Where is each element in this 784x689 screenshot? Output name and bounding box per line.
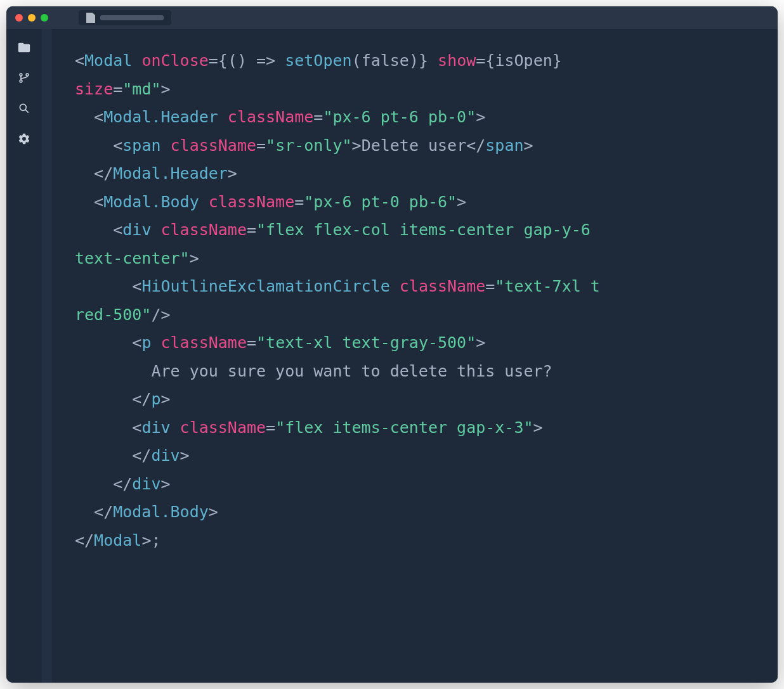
svg-line-4 xyxy=(25,110,29,113)
code-token: > xyxy=(352,136,362,155)
code-token: setOpen xyxy=(285,51,351,70)
file-tab[interactable] xyxy=(79,10,171,25)
code-token: </ xyxy=(94,503,113,521)
code-token: < xyxy=(94,108,103,126)
svg-point-0 xyxy=(20,74,22,76)
activity-bar xyxy=(6,29,42,683)
code-editor[interactable]: <Modal onClose={() => setOpen(false)} sh… xyxy=(52,29,778,683)
traffic-lights xyxy=(15,14,48,22)
code-token: div xyxy=(132,475,160,493)
code-token: ( xyxy=(352,51,362,70)
code-token: } xyxy=(419,51,428,70)
code-token: className xyxy=(228,108,313,126)
code-token: > xyxy=(524,136,533,155)
code-token: ; xyxy=(151,531,160,550)
code-token: > xyxy=(160,475,170,493)
code-token: Modal xyxy=(84,51,132,70)
code-token xyxy=(390,277,400,295)
code-token: red-500" xyxy=(75,306,151,324)
code-token: > xyxy=(141,531,151,550)
code-token: < xyxy=(75,51,84,70)
code-token: </ xyxy=(466,136,485,155)
code-token xyxy=(428,51,438,70)
code-token: => xyxy=(256,51,275,70)
code-token: "flex items-center gap-x-3" xyxy=(275,418,533,437)
search-icon[interactable] xyxy=(17,101,31,115)
code-token: div xyxy=(122,221,151,239)
code-token: > xyxy=(161,80,171,98)
code-token: { xyxy=(218,51,228,70)
code-token: className xyxy=(400,277,485,295)
code-token: p xyxy=(141,333,151,352)
code-token: </ xyxy=(113,475,132,493)
code-token: > xyxy=(457,193,466,211)
code-token: < xyxy=(94,193,103,211)
gutter xyxy=(42,29,52,683)
titlebar xyxy=(6,6,778,29)
code-token xyxy=(218,108,228,126)
git-branch-icon[interactable] xyxy=(17,71,31,85)
code-token xyxy=(151,221,160,239)
code-token: </ xyxy=(132,446,151,465)
code-token: div xyxy=(141,418,170,437)
code-token: () xyxy=(228,51,256,70)
code-token: className xyxy=(209,193,294,211)
code-token: = xyxy=(266,418,275,437)
code-token: className xyxy=(180,418,266,437)
code-token: = xyxy=(247,333,256,352)
code-token: Modal xyxy=(94,531,141,550)
file-icon xyxy=(86,13,95,23)
code-token: "px-6 pt-6 pb-0" xyxy=(323,108,476,126)
code-token: "sr-only" xyxy=(266,136,351,155)
code-token: > xyxy=(228,164,237,183)
code-token: </ xyxy=(94,164,113,183)
code-token: p xyxy=(151,390,160,408)
code-token: > xyxy=(476,333,485,352)
code-token: isOpen xyxy=(495,51,552,70)
code-token: > xyxy=(190,249,199,267)
close-window-button[interactable] xyxy=(15,14,23,22)
code-token: < xyxy=(132,277,141,295)
code-token: = xyxy=(209,51,218,70)
code-token: onClose xyxy=(141,51,208,70)
code-token: </ xyxy=(75,531,94,550)
minimize-window-button[interactable] xyxy=(28,14,36,22)
code-token: size xyxy=(75,80,113,98)
code-token: } xyxy=(552,51,562,70)
window-body: <Modal onClose={() => setOpen(false)} sh… xyxy=(6,29,778,683)
code-token: "px-6 pt-0 pb-6" xyxy=(304,193,457,211)
code-token: show xyxy=(438,51,476,70)
code-token: < xyxy=(113,221,122,239)
svg-point-3 xyxy=(20,104,26,110)
code-token: text-center" xyxy=(75,249,190,267)
code-token: = xyxy=(256,136,266,155)
code-token xyxy=(171,418,180,437)
code-token: { xyxy=(485,51,495,70)
code-token xyxy=(161,136,171,155)
code-token: > xyxy=(180,446,190,465)
code-token: = xyxy=(313,108,323,126)
code-token: "text-7xl t xyxy=(495,277,600,295)
folder-icon[interactable] xyxy=(17,41,31,55)
code-token: Modal.Body xyxy=(103,193,199,211)
maximize-window-button[interactable] xyxy=(41,14,48,22)
code-token: </ xyxy=(132,390,151,408)
code-token: Are you sure you want to delete this use… xyxy=(151,362,552,380)
gear-icon[interactable] xyxy=(17,132,31,146)
code-token: = xyxy=(113,80,122,98)
editor-window: <Modal onClose={() => setOpen(false)} sh… xyxy=(6,6,778,683)
code-token: ) xyxy=(409,51,419,70)
code-token: = xyxy=(485,277,495,295)
code-token xyxy=(151,333,160,352)
code-token: div xyxy=(151,446,180,465)
code-token: Modal.Body xyxy=(113,503,209,521)
code-token: = xyxy=(294,193,304,211)
code-token: < xyxy=(132,333,141,352)
code-token: /> xyxy=(151,306,170,324)
code-token: Modal.Header xyxy=(113,164,228,183)
code-token: = xyxy=(247,221,256,239)
code-token: < xyxy=(132,418,141,437)
code-token: span xyxy=(122,136,160,155)
code-token: > xyxy=(160,390,170,408)
code-token: > xyxy=(476,108,485,126)
